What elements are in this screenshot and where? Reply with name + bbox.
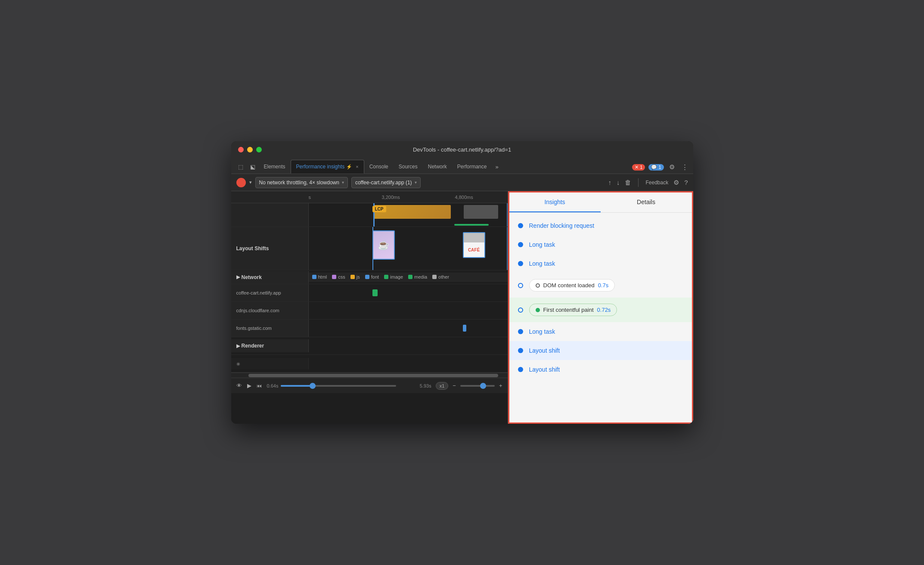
renderer-label[interactable]: ▶ Renderer xyxy=(231,339,309,352)
legend-dot-html xyxy=(312,275,316,279)
zoom-thumb[interactable] xyxy=(480,383,486,389)
net-coffee-content[interactable] xyxy=(309,284,508,301)
fcp-time: 0.72s xyxy=(597,307,611,313)
close-button[interactable] xyxy=(238,147,244,152)
fcp-label: First contentful paint xyxy=(543,307,594,313)
layout-shift-2-link[interactable]: Layout shift xyxy=(529,366,560,373)
dot-long-task-2 xyxy=(518,261,523,266)
skip-start-icon[interactable]: ⏮ xyxy=(257,383,262,389)
scroll-thumb[interactable] xyxy=(248,374,498,377)
eye-icon[interactable]: 👁 xyxy=(236,382,242,389)
title-bar: DevTools - coffee-cart.netlify.app/?ad=1 xyxy=(231,141,693,158)
profile-dropdown[interactable]: coffee-cart.netlify.app (1) ▾ xyxy=(351,177,421,188)
toolbar-settings-icon[interactable]: ⚙ xyxy=(673,179,679,186)
tab-elements[interactable]: Elements xyxy=(259,160,291,174)
zoom-out-icon[interactable]: − xyxy=(453,382,456,389)
layout-shifts-content[interactable]: ☕ CAFÉ xyxy=(309,227,508,270)
tab-elements-icon[interactable]: ⬕ xyxy=(247,160,259,174)
record-arrow-icon[interactable]: ▾ xyxy=(249,180,252,185)
tab-details[interactable]: Details xyxy=(601,192,692,212)
insights-tabs: Insights Details xyxy=(509,192,692,213)
zoom-slider[interactable] xyxy=(460,385,495,387)
time-marker-4800: 4,800ms xyxy=(455,195,473,200)
compositor-text: ◉ xyxy=(236,361,240,366)
element-icon: ⬕ xyxy=(250,164,255,170)
scroll-area[interactable] xyxy=(231,373,508,378)
delete-icon[interactable]: 🗑 xyxy=(625,179,631,186)
renderer-content xyxy=(309,337,508,354)
tab-icons-area: ✕ 1 💬 1 ⚙ ⋮ xyxy=(632,162,689,174)
insight-long-task-1[interactable]: Long task xyxy=(509,235,692,254)
legend-html: html xyxy=(312,274,327,279)
renderer-text: Renderer xyxy=(242,343,264,349)
error-badge[interactable]: ✕ 1 xyxy=(632,164,645,171)
slider-track[interactable] xyxy=(281,385,396,387)
dot-fcp xyxy=(518,307,523,313)
tab-sources[interactable]: Sources xyxy=(394,160,423,174)
throttle-dropdown[interactable]: No network throttling, 4× slowdown ▾ xyxy=(255,177,348,188)
dom-content-time: 0.7s xyxy=(598,282,609,289)
feedback-link[interactable]: Feedback xyxy=(645,180,668,186)
insight-layout-shift-1[interactable]: Layout shift xyxy=(509,341,692,360)
toolbar-help-icon[interactable]: ? xyxy=(684,179,688,186)
traffic-lights xyxy=(238,147,262,152)
tab-more[interactable]: » xyxy=(492,160,502,174)
tab-performance[interactable]: Performance xyxy=(452,160,492,174)
tab-console[interactable]: Console xyxy=(364,160,394,174)
render-blocking-link[interactable]: Render blocking request xyxy=(529,222,595,229)
more-tabs-icon: » xyxy=(495,164,498,170)
net-fonts-content[interactable] xyxy=(309,320,508,337)
network-arrow-icon: ▶ xyxy=(236,274,240,280)
network-row-label[interactable]: ▶ Network xyxy=(231,271,309,284)
network-row-1: coffee-cart.netlify.app xyxy=(231,284,508,302)
record-button[interactable] xyxy=(236,178,246,187)
layout-shift-thumb-1: ☕ xyxy=(372,230,395,260)
net-fonts-label: fonts.gstatic.com xyxy=(231,320,309,337)
maximize-button[interactable] xyxy=(256,147,262,152)
performance-label xyxy=(231,203,309,227)
tab-cursor[interactable]: ⬚ xyxy=(235,160,247,174)
zoom-in-icon[interactable]: + xyxy=(499,382,502,389)
legend-js-label: js xyxy=(357,274,360,279)
performance-content[interactable]: LCP xyxy=(309,203,508,227)
throttle-arrow-icon: ▾ xyxy=(342,180,344,185)
long-task-2-link[interactable]: Long task xyxy=(529,260,555,267)
more-options-icon[interactable]: ⋮ xyxy=(680,162,690,172)
total-time: 5.93s xyxy=(420,383,431,388)
net-coffee-label: coffee-cart.netlify.app xyxy=(231,284,309,301)
insight-long-task-2[interactable]: Long task xyxy=(509,254,692,273)
layout-shift-thumb-2: CAFÉ xyxy=(463,232,485,258)
time-marker-s: s xyxy=(309,195,311,200)
upload-icon[interactable]: ↑ xyxy=(608,179,611,186)
net-cdn-text: cdnjs.cloudflare.com xyxy=(236,308,279,313)
playback-slider[interactable]: 0.64s xyxy=(267,383,396,388)
error-x-icon: ✕ xyxy=(635,165,639,170)
speed-badge[interactable]: x1 xyxy=(436,382,449,390)
chat-badge[interactable]: 💬 1 xyxy=(648,164,664,171)
dom-content-empty-dot xyxy=(536,283,540,288)
long-task-3-link[interactable]: Long task xyxy=(529,328,555,335)
tab-close-button[interactable]: × xyxy=(356,164,358,169)
tab-performance-insights[interactable]: Performance insights ⚡ × xyxy=(291,160,364,174)
compositor-label: ◉ xyxy=(231,358,309,369)
legend-dot-font xyxy=(365,275,369,279)
layout-shift-1-link[interactable]: Layout shift xyxy=(529,347,560,354)
tab-network[interactable]: Network xyxy=(423,160,452,174)
legend-image: image xyxy=(384,274,403,279)
insights-tab-label: Insights xyxy=(544,199,565,205)
insight-render-blocking[interactable]: Render blocking request xyxy=(509,216,692,235)
play-button[interactable]: ▶ xyxy=(247,382,251,389)
tab-insights[interactable]: Insights xyxy=(509,192,601,212)
insights-list: Render blocking request Long task Long t… xyxy=(509,216,692,379)
settings-icon[interactable]: ⚙ xyxy=(667,162,676,172)
long-task-1-link[interactable]: Long task xyxy=(529,241,555,248)
timeline-panel: s 3,200ms 4,800ms LCP xyxy=(231,191,508,424)
net-cdn-content[interactable] xyxy=(309,302,508,319)
playback-bar: 👁 ▶ ⏮ 0.64s 5.93s x1 − xyxy=(231,378,508,393)
insight-long-task-3[interactable]: Long task xyxy=(509,322,692,341)
network-legend-row: ▶ Network html css js xyxy=(231,270,508,284)
slider-thumb[interactable] xyxy=(310,383,316,389)
minimize-button[interactable] xyxy=(247,147,253,152)
download-icon[interactable]: ↓ xyxy=(617,179,620,186)
insight-layout-shift-2[interactable]: Layout shift xyxy=(509,360,692,379)
